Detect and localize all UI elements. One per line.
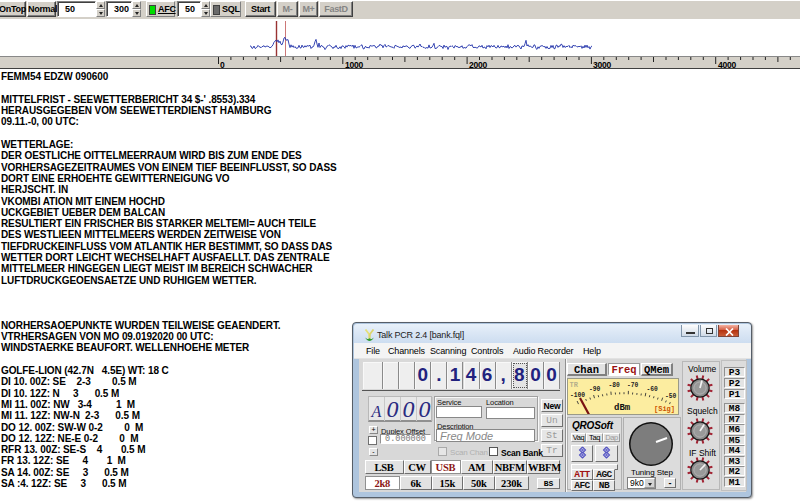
svg-text:-50: -50 bbox=[665, 393, 677, 400]
svg-text:-100: -100 bbox=[570, 392, 585, 399]
svg-text:-70: -70 bbox=[627, 382, 639, 389]
svg-text:TR: TR bbox=[570, 381, 579, 389]
svg-text:-90: -90 bbox=[589, 386, 601, 393]
svg-text:-60: -60 bbox=[647, 386, 659, 393]
svg-text:dBm: dBm bbox=[614, 403, 631, 413]
svg-text:[Sig]: [Sig] bbox=[654, 405, 675, 413]
svg-text:-80: -80 bbox=[609, 382, 621, 389]
